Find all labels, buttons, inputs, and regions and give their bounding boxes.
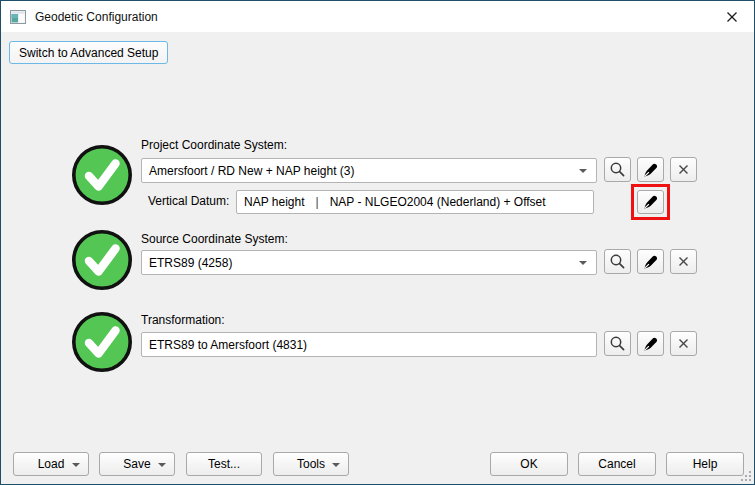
transformation-edit-button[interactable] bbox=[637, 331, 664, 356]
transformation-label: Transformation: bbox=[141, 313, 225, 327]
source-coordinate-system-combobox[interactable]: ETRS89 (4258) bbox=[141, 250, 597, 275]
geodetic-configuration-dialog: Geodetic Configuration Switch to Advance… bbox=[0, 0, 755, 485]
cancel-button[interactable]: Cancel bbox=[578, 452, 656, 476]
project-coordinate-system-value: Amersfoort / RD New + NAP height (3) bbox=[149, 164, 355, 178]
vertical-datum-edit-button[interactable] bbox=[637, 190, 664, 214]
project-edit-button[interactable] bbox=[637, 157, 664, 182]
test-button[interactable]: Test... bbox=[186, 452, 262, 476]
chevron-down-icon bbox=[579, 169, 587, 173]
source-status-valid-icon bbox=[71, 229, 133, 291]
transformation-field: ETRS89 to Amersfoort (4831) bbox=[141, 332, 597, 357]
clear-x-icon bbox=[676, 336, 691, 351]
resize-grip[interactable] bbox=[740, 470, 752, 482]
project-status-valid-icon bbox=[71, 144, 133, 206]
search-icon bbox=[609, 253, 626, 270]
pen-icon bbox=[642, 253, 660, 271]
load-button-label: Load bbox=[38, 457, 65, 471]
transformation-status-valid-icon bbox=[71, 311, 133, 373]
vertical-datum-separator: | bbox=[316, 195, 319, 209]
source-edit-button[interactable] bbox=[637, 249, 664, 274]
load-button[interactable]: Load bbox=[13, 452, 89, 476]
switch-to-advanced-setup-button[interactable]: Switch to Advanced Setup bbox=[9, 41, 168, 64]
save-button-label: Save bbox=[123, 457, 150, 471]
chevron-down-icon bbox=[579, 261, 587, 265]
pen-icon bbox=[642, 193, 660, 211]
vertical-datum-label: Vertical Datum: bbox=[148, 194, 229, 208]
vertical-datum-primary-value: NAP height bbox=[244, 195, 305, 209]
source-search-button[interactable] bbox=[604, 249, 631, 274]
transformation-clear-button[interactable] bbox=[670, 331, 697, 356]
app-window-icon bbox=[10, 9, 26, 25]
source-coordinate-system-label: Source Coordinate System: bbox=[141, 232, 288, 246]
test-button-label: Test... bbox=[208, 457, 240, 471]
ok-button[interactable]: OK bbox=[490, 452, 568, 476]
help-button[interactable]: Help bbox=[666, 452, 744, 476]
vertical-datum-secondary-value: NAP - NLGEO2004 (Nederland) + Offset bbox=[330, 195, 546, 209]
title-bar: Geodetic Configuration bbox=[1, 1, 754, 32]
search-icon bbox=[609, 335, 626, 352]
project-search-button[interactable] bbox=[604, 157, 631, 182]
project-clear-button[interactable] bbox=[670, 157, 697, 182]
pen-icon bbox=[642, 161, 660, 179]
clear-x-icon bbox=[676, 162, 691, 177]
window-title: Geodetic Configuration bbox=[35, 10, 158, 24]
chevron-down-icon bbox=[72, 463, 80, 467]
source-coordinate-system-value: ETRS89 (4258) bbox=[149, 256, 232, 270]
window-close-button[interactable] bbox=[709, 1, 754, 32]
tools-button-label: Tools bbox=[297, 457, 325, 471]
transformation-search-button[interactable] bbox=[604, 331, 631, 356]
source-clear-button[interactable] bbox=[670, 249, 697, 274]
vertical-datum-field: NAP height | NAP - NLGEO2004 (Nederland)… bbox=[236, 190, 594, 214]
clear-x-icon bbox=[676, 254, 691, 269]
tools-button[interactable]: Tools bbox=[273, 452, 349, 476]
pen-icon bbox=[642, 335, 660, 353]
chevron-down-icon bbox=[332, 463, 340, 467]
transformation-value: ETRS89 to Amersfoort (4831) bbox=[149, 338, 307, 352]
project-coordinate-system-label: Project Coordinate System: bbox=[141, 138, 287, 152]
chevron-down-icon bbox=[158, 463, 166, 467]
close-icon bbox=[726, 11, 738, 23]
save-button[interactable]: Save bbox=[99, 452, 175, 476]
search-icon bbox=[609, 161, 626, 178]
project-coordinate-system-combobox[interactable]: Amersfoort / RD New + NAP height (3) bbox=[141, 158, 597, 183]
